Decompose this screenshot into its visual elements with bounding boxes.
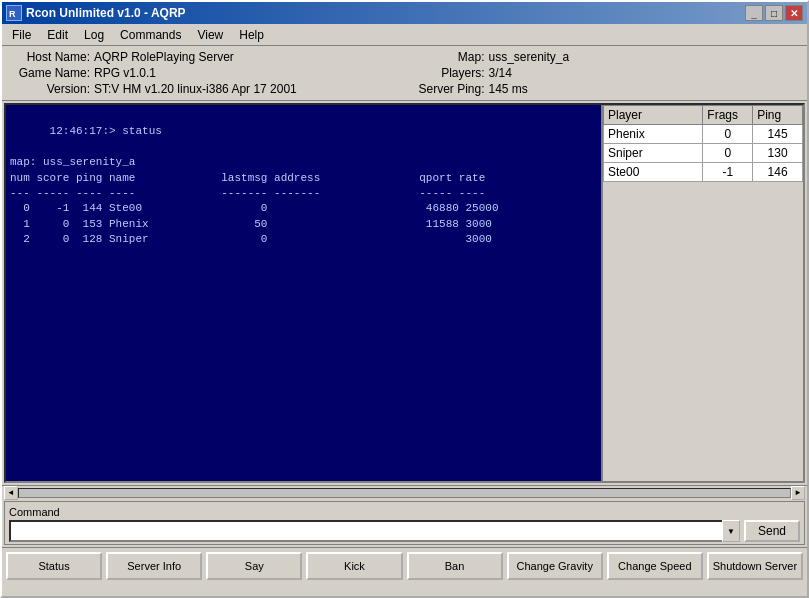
maximize-button[interactable]: □ — [765, 5, 783, 21]
player-frags: -1 — [703, 163, 753, 182]
table-row: Ste00-1146 — [604, 163, 803, 182]
menu-log[interactable]: Log — [78, 26, 110, 44]
change-speed-button[interactable]: Change Speed — [607, 552, 703, 580]
svg-text:R: R — [9, 9, 16, 19]
player-frags: 0 — [703, 144, 753, 163]
title-bar-buttons: _ □ ✕ — [745, 5, 803, 21]
ban-button[interactable]: Ban — [407, 552, 503, 580]
player-frags: 0 — [703, 125, 753, 144]
scroll-right-button[interactable]: ► — [791, 486, 805, 500]
server-info-button[interactable]: Server Info — [106, 552, 202, 580]
col-header-frags: Frags — [703, 106, 753, 125]
send-button[interactable]: Send — [744, 520, 800, 542]
menu-commands[interactable]: Commands — [114, 26, 187, 44]
version-row: Version: ST:V HM v1.20 linux-i386 Apr 17… — [10, 82, 405, 96]
players-row: Players: 3/14 — [405, 66, 800, 80]
console[interactable]: 12:46:17:> status map: uss_serenity_a nu… — [6, 105, 603, 481]
player-name: Sniper — [604, 144, 703, 163]
col-header-ping: Ping — [753, 106, 803, 125]
shutdown-server-button[interactable]: Shutdown Server — [707, 552, 803, 580]
bottom-buttons: Status Server Info Say Kick Ban Change G… — [2, 547, 807, 584]
player-ping: 145 — [753, 125, 803, 144]
map-row: Map: uss_serenity_a — [405, 50, 800, 64]
scroll-left-button[interactable]: ◄ — [4, 486, 18, 500]
player-name: Ste00 — [604, 163, 703, 182]
host-row: Host Name: AQRP RolePlaying Server — [10, 50, 405, 64]
host-value: AQRP RolePlaying Server — [94, 50, 234, 64]
version-value: ST:V HM v1.20 linux-i386 Apr 17 2001 — [94, 82, 297, 96]
minimize-button[interactable]: _ — [745, 5, 763, 21]
h-scrollbar-track[interactable] — [18, 488, 791, 498]
main-content: 12:46:17:> status map: uss_serenity_a nu… — [4, 103, 805, 483]
map-label: Map: — [405, 50, 485, 64]
command-input[interactable] — [9, 520, 740, 542]
ping-value: 145 ms — [489, 82, 528, 96]
player-list: Player Frags Ping Phenix0145Sniper0130St… — [603, 105, 803, 481]
menu-edit[interactable]: Edit — [41, 26, 74, 44]
menu-view[interactable]: View — [191, 26, 229, 44]
window-title: Rcon Unlimited v1.0 - AQRP — [26, 6, 186, 20]
menu-help[interactable]: Help — [233, 26, 270, 44]
map-value: uss_serenity_a — [489, 50, 570, 64]
ping-label: Server Ping: — [405, 82, 485, 96]
server-info: Host Name: AQRP RolePlaying Server Map: … — [2, 46, 807, 101]
change-gravity-button[interactable]: Change Gravity — [507, 552, 603, 580]
command-label: Command — [9, 506, 800, 518]
player-tbody: Phenix0145Sniper0130Ste00-1146 — [604, 125, 803, 182]
h-scrollbar: ◄ ► — [2, 485, 807, 499]
menu-file[interactable]: File — [6, 26, 37, 44]
players-value: 3/14 — [489, 66, 512, 80]
title-bar: R Rcon Unlimited v1.0 - AQRP _ □ ✕ — [2, 2, 807, 24]
players-label: Players: — [405, 66, 485, 80]
say-button[interactable]: Say — [206, 552, 302, 580]
game-row: Game Name: RPG v1.0.1 — [10, 66, 405, 80]
command-dropdown-button[interactable]: ▼ — [722, 520, 740, 542]
close-button[interactable]: ✕ — [785, 5, 803, 21]
kick-button[interactable]: Kick — [306, 552, 402, 580]
table-row: Sniper0130 — [604, 144, 803, 163]
version-label: Version: — [10, 82, 90, 96]
command-area: Command ▼ Send — [4, 501, 805, 545]
title-bar-left: R Rcon Unlimited v1.0 - AQRP — [6, 5, 186, 21]
ping-row: Server Ping: 145 ms — [405, 82, 800, 96]
col-header-player: Player — [604, 106, 703, 125]
player-table: Player Frags Ping Phenix0145Sniper0130St… — [603, 105, 803, 182]
command-row: ▼ Send — [9, 520, 800, 542]
player-name: Phenix — [604, 125, 703, 144]
app-icon: R — [6, 5, 22, 21]
game-label: Game Name: — [10, 66, 90, 80]
menu-bar: File Edit Log Commands View Help — [2, 24, 807, 46]
app-window: R Rcon Unlimited v1.0 - AQRP _ □ ✕ File … — [0, 0, 809, 598]
console-text: 12:46:17:> status map: uss_serenity_a nu… — [10, 125, 498, 245]
player-ping: 130 — [753, 144, 803, 163]
table-row: Phenix0145 — [604, 125, 803, 144]
player-ping: 146 — [753, 163, 803, 182]
status-button[interactable]: Status — [6, 552, 102, 580]
host-label: Host Name: — [10, 50, 90, 64]
game-value: RPG v1.0.1 — [94, 66, 156, 80]
